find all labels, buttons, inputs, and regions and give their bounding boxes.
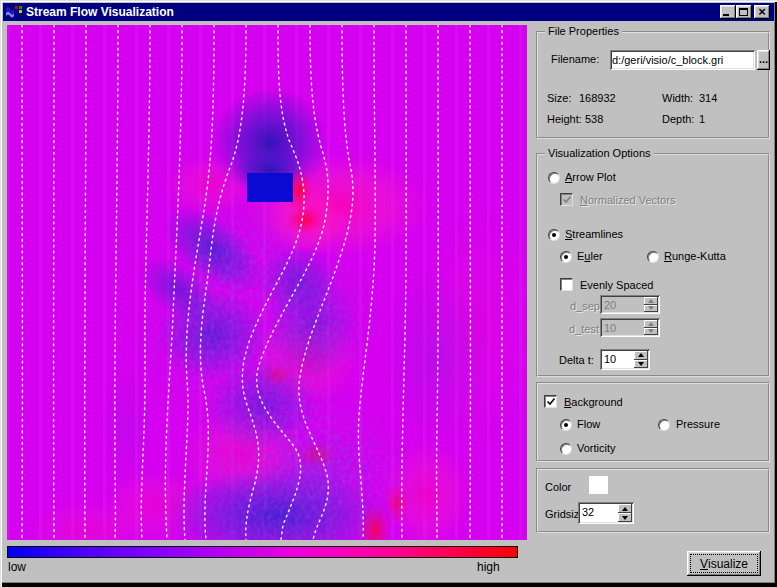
minimize-icon: [723, 14, 729, 16]
colorbar-low-label: low: [8, 560, 26, 574]
delta-t-label: Delta t:: [559, 354, 594, 366]
size-value: 168932: [579, 92, 616, 104]
arrow-up-icon: [638, 353, 644, 357]
color-swatch[interactable]: [589, 476, 608, 494]
arrow-plot-label[interactable]: Arrow Plot: [565, 171, 616, 183]
evenly-spaced-label[interactable]: Evenly Spaced: [580, 279, 653, 291]
gridsize-spinner[interactable]: 32: [578, 502, 634, 524]
close-icon: ×: [754, 5, 770, 19]
d-test-label: d_test:: [569, 323, 602, 335]
titlebar[interactable]: Stream Flow Visualization: [3, 3, 774, 21]
depth-value: 1: [699, 113, 705, 125]
browse-button[interactable]: ...: [757, 50, 770, 70]
euler-label[interactable]: Euler: [577, 250, 603, 262]
appearance-group: Color Gridsize: 32: [536, 468, 770, 533]
visualize-button[interactable]: Visualize: [687, 551, 761, 576]
arrow-down-icon: [648, 306, 654, 310]
gridsize-spin-down[interactable]: [618, 513, 632, 522]
streamlines-radio[interactable]: [548, 229, 560, 241]
visualize-button-label: Visualize: [690, 554, 758, 573]
flow-radio[interactable]: [560, 419, 572, 431]
filename-input[interactable]: [610, 50, 755, 70]
visualization-options-legend: Visualization Options: [545, 147, 654, 159]
delta-t-value: 10: [600, 349, 634, 370]
euler-radio[interactable]: [560, 251, 572, 263]
gridsize-spin-up[interactable]: [618, 504, 632, 513]
background-label[interactable]: Background: [564, 396, 623, 408]
d-test-spin-down[interactable]: [644, 328, 658, 336]
d-sep-spin-down[interactable]: [644, 305, 658, 313]
arrow-down-icon: [638, 362, 644, 366]
filename-label: Filename:: [551, 53, 599, 65]
colorbar-high-label: high: [477, 560, 500, 574]
arrow-plot-radio[interactable]: [548, 172, 560, 184]
maximize-icon: [739, 8, 748, 16]
maximize-button[interactable]: [736, 5, 752, 19]
delta-t-spinner[interactable]: 10: [600, 349, 650, 370]
file-properties-group: File Properties Filename: ... Size: 1689…: [536, 31, 770, 139]
height-label: Height:: [547, 113, 582, 125]
flow-field-canvas: [7, 25, 527, 540]
size-label: Size:: [547, 92, 571, 104]
runge-kutta-radio[interactable]: [647, 251, 659, 263]
depth-label: Depth:: [662, 113, 694, 125]
flow-label[interactable]: Flow: [577, 418, 600, 430]
arrow-up-icon: [648, 322, 654, 326]
visualization-options-group: Visualization Options Arrow Plot Normali…: [536, 153, 770, 377]
app-icon: [6, 5, 22, 19]
d-test-spinner[interactable]: 10: [600, 318, 660, 337]
background-checkbox[interactable]: [544, 395, 557, 408]
arrow-up-icon: [648, 299, 654, 303]
width-value: 314: [699, 92, 717, 104]
evenly-spaced-checkbox[interactable]: [560, 278, 573, 291]
color-label: Color: [545, 481, 571, 493]
minimize-button[interactable]: [720, 5, 736, 19]
flow-field-image: [7, 25, 527, 540]
check-icon: [546, 397, 556, 407]
arrow-down-icon: [622, 516, 628, 520]
window-title: Stream Flow Visualization: [26, 5, 174, 19]
delta-t-spin-down[interactable]: [634, 360, 648, 369]
check-icon: [562, 195, 572, 205]
normalized-vectors-label[interactable]: Normalized Vectors: [580, 194, 675, 206]
file-properties-legend: File Properties: [545, 25, 622, 37]
background-group: Background Flow Pressure Vorticity: [536, 382, 770, 462]
gridsize-value: 32: [578, 502, 618, 524]
app-window: Stream Flow Visualization ×: [0, 0, 777, 587]
delta-t-spin-up[interactable]: [634, 351, 648, 360]
close-button[interactable]: ×: [754, 5, 770, 19]
width-label: Width:: [662, 92, 693, 104]
color-scale-bar: [7, 546, 518, 558]
vorticity-label[interactable]: Vorticity: [577, 442, 616, 454]
d-test-value: 10: [600, 318, 644, 337]
pressure-label[interactable]: Pressure: [676, 418, 720, 430]
height-value: 538: [585, 113, 603, 125]
arrow-up-icon: [622, 507, 628, 511]
d-sep-value: 20: [600, 295, 644, 314]
streamlines-label[interactable]: Streamlines: [565, 228, 623, 240]
arrow-down-icon: [648, 329, 654, 333]
d-test-spin-up[interactable]: [644, 320, 658, 328]
vorticity-radio[interactable]: [560, 443, 572, 455]
d-sep-spin-up[interactable]: [644, 297, 658, 305]
pressure-radio[interactable]: [658, 419, 670, 431]
normalized-vectors-checkbox[interactable]: [560, 193, 573, 206]
d-sep-label: d_sep:: [570, 300, 603, 312]
d-sep-spinner[interactable]: 20: [600, 295, 660, 314]
runge-kutta-label[interactable]: Runge-Kutta: [664, 250, 726, 262]
